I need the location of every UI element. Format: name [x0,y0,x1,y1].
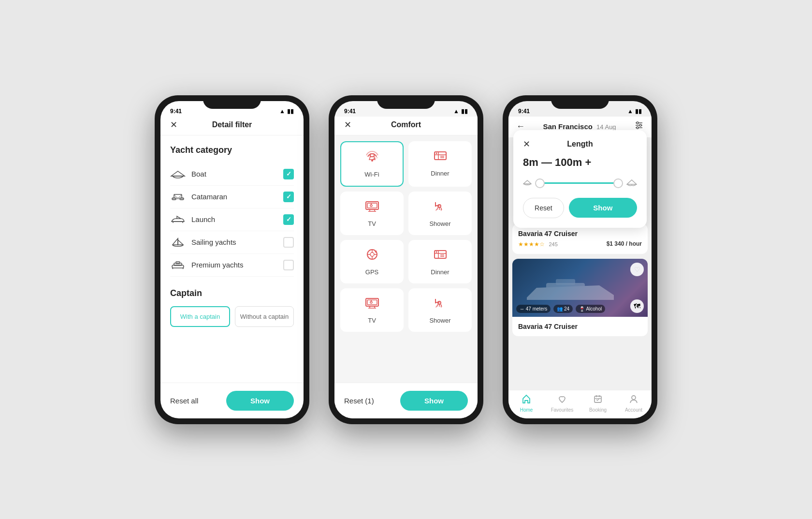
svg-rect-70 [594,396,601,402]
launch-label: Launch [191,215,215,223]
filter-footer: Reset all Show [160,383,304,418]
comfort-dinner[interactable]: Dinner [408,141,472,187]
map-button-2[interactable]: 🗺 [630,299,644,313]
nav-account[interactable]: Account [616,394,652,413]
yacht-item-catamaran[interactable]: Catamaran [170,186,294,208]
launch-icon [170,215,186,224]
notch-1 [203,95,261,109]
wifi-label: Wi-Fi [364,171,379,178]
filter-header: ✕ Detail filter [160,117,304,135]
length-modal: ✕ Length 8m — 100m + [513,130,647,228]
phone-2: 9:41 ▲ ▮▮ ✕ Comfort [329,95,483,424]
shower2-icon [432,296,449,313]
time-2: 9:41 [344,108,356,115]
modal-reset-button[interactable]: Reset [523,198,564,218]
yacht-card-2-img: ♡ ↔ 47 meters 👥 24 🍷 Alcohol 🗺 [512,259,648,317]
person-icon [629,394,638,406]
yacht-category-title: Yacht category [170,145,294,155]
premium-label: Premium yachts [191,261,244,269]
yacht-card-1-rating: ★★★★☆ 245 [518,239,558,248]
comfort-gps[interactable]: GPS [340,240,404,283]
slider-thumb-right[interactable] [613,178,623,188]
favorite-button-2[interactable]: ♡ [630,263,644,276]
tv-icon [363,199,381,216]
yacht-item-boat[interactable]: Boat [170,163,294,186]
boat-icon [170,169,186,179]
yacht-card-1[interactable]: Bavaria 47 Cruiser ★★★★☆ 245 $1 340 / ho… [512,224,648,254]
yacht-card-2-overlay: ↔ 47 meters 👥 24 🍷 Alcohol [516,305,605,313]
booking-icon [593,394,603,406]
with-captain-button[interactable]: With a captain [170,306,230,327]
comfort-tv[interactable]: TV [340,192,404,235]
comfort-shower[interactable]: Shower [408,192,472,235]
modal-close-button[interactable]: ✕ [523,139,530,149]
yacht-item-sailing[interactable]: Sailing yachts [170,231,294,254]
yacht-card-1-name: Bavaria 47 Cruiser [518,230,642,237]
boat-checkbox[interactable] [283,169,294,179]
svg-point-46 [435,251,437,252]
svg-point-29 [370,205,372,207]
sailing-checkbox[interactable] [283,237,294,248]
dinner-label: Dinner [431,170,449,177]
slider-container[interactable] [523,178,637,188]
catamaran-checkbox[interactable] [283,192,294,202]
yacht-item-premium[interactable]: Premium yachts [170,254,294,277]
favourites-label: Favourites [551,407,574,413]
status-icons-1: ▲ ▮▮ [279,108,294,115]
svg-point-54 [370,301,372,303]
without-captain-button[interactable]: Without a captain [235,306,294,327]
tv-label: TV [368,220,376,227]
show-button-1[interactable]: Show [226,391,294,411]
heart-icon [557,394,567,406]
nav-home[interactable]: Home [508,394,544,413]
svg-point-74 [632,396,636,400]
sailing-label: Sailing yachts [191,238,236,246]
status-icons-3: ▲ ▮▮ [627,108,642,115]
gps-label: GPS [365,268,378,276]
svg-point-65 [637,122,638,124]
comfort-wifi[interactable]: Wi-Fi [340,141,404,187]
yacht-card-2[interactable]: ♡ ↔ 47 meters 👥 24 🍷 Alcohol 🗺 Bavaria 4… [512,259,648,336]
location-name: San Francisco 14 Aug [543,122,616,131]
booking-label: Booking [589,407,607,413]
boat-small-icon [523,179,532,188]
bottom-nav: Home Favourites [508,390,652,418]
yacht-card-2-name: Bavaria 47 Cruiser [518,323,642,330]
notch-2 [377,95,435,109]
reset-all-button[interactable]: Reset all [170,397,198,405]
close-button-2[interactable]: ✕ [344,120,351,129]
svg-point-66 [639,124,641,126]
shower-icon [432,199,449,216]
svg-line-57 [437,304,438,307]
comfort-dinner2[interactable]: Dinner [408,240,472,283]
slider-thumb-left[interactable] [535,178,545,188]
length-range: 8m — 100m + [523,156,637,169]
captain-buttons: With a captain Without a captain [170,306,294,327]
comfort-shower2[interactable]: Shower [408,288,472,332]
status-icons-2: ▲ ▮▮ [453,108,468,115]
close-button-1[interactable]: ✕ [170,120,177,129]
yacht-item-launch[interactable]: Launch [170,208,294,231]
modal-show-button[interactable]: Show [569,198,637,218]
premium-checkbox[interactable] [283,260,294,270]
slider-track[interactable] [536,182,623,184]
home-icon [522,394,531,406]
filter-content: Yacht category Boat [160,135,304,383]
tv2-label: TV [368,317,376,324]
show-button-2[interactable]: Show [400,391,468,411]
catamaran-label: Catamaran [191,193,227,201]
svg-rect-69 [556,279,575,285]
launch-checkbox[interactable] [283,214,294,225]
shower2-label: Shower [429,317,450,324]
reset-comfort-button[interactable]: Reset (1) [344,397,374,405]
svg-line-60 [436,306,436,308]
nav-booking[interactable]: Booking [580,394,616,413]
time-3: 9:41 [518,108,530,115]
comfort-tv2[interactable]: TV [340,288,404,332]
nav-favourites[interactable]: Favourites [544,394,580,413]
wifi-status-icon-2: ▲ [453,108,459,115]
boat-large-icon [626,178,637,188]
yacht-card-1-meta: ★★★★☆ 245 $1 340 / hour [518,239,642,248]
svg-rect-13 [176,262,180,264]
yacht-cards: Bavaria 47 Cruiser ★★★★☆ 245 $1 340 / ho… [508,220,652,390]
